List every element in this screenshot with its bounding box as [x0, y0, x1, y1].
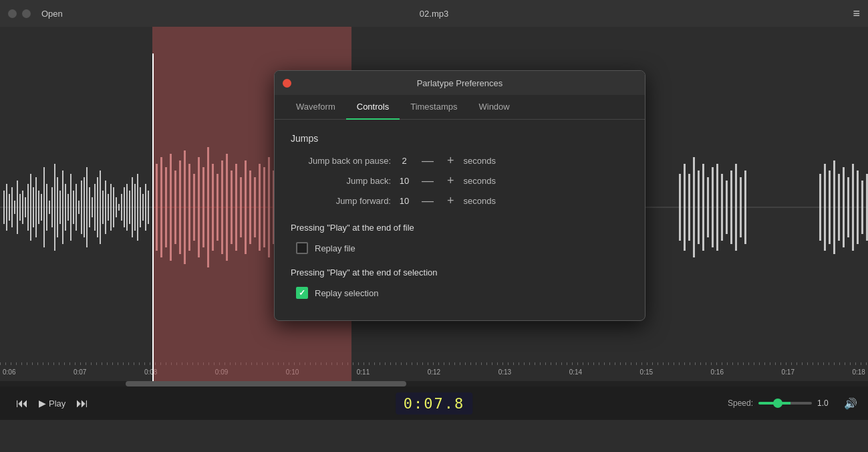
playhead	[152, 53, 154, 381]
jump-back-decrement[interactable]: —	[418, 175, 438, 187]
tab-waveform[interactable]: Waveform	[285, 95, 346, 120]
svg-rect-27	[73, 191, 74, 224]
svg-rect-126	[852, 164, 854, 251]
skip-forward-button[interactable]: ⏭	[71, 392, 94, 415]
svg-rect-104	[679, 174, 681, 241]
scrollbar-area[interactable]	[0, 381, 868, 386]
speed-slider[interactable]	[758, 402, 812, 405]
svg-rect-26	[70, 174, 71, 241]
titlebar: Open 02.mp3 ≡	[0, 0, 868, 27]
svg-rect-36	[97, 177, 98, 237]
prefs-title: Parlatype Preferences	[417, 78, 503, 88]
play-label: Play	[49, 399, 65, 409]
jump-back-pause-decrement[interactable]: —	[418, 154, 438, 166]
time-display: 0:07.8	[396, 392, 472, 415]
replay-file-row: Replay file	[291, 242, 629, 254]
svg-rect-43	[116, 197, 117, 217]
svg-rect-24	[65, 184, 66, 231]
svg-rect-119	[819, 174, 821, 241]
volume-icon[interactable]: 🔊	[844, 397, 857, 410]
svg-rect-54	[145, 184, 146, 231]
prefs-titlebar: Parlatype Preferences	[275, 71, 645, 95]
replay-file-checkbox[interactable]	[296, 242, 308, 254]
svg-rect-118	[744, 171, 746, 244]
timeline-label-12: 0:17	[781, 368, 794, 376]
svg-rect-46	[124, 187, 125, 227]
replay-selection-checkbox[interactable]	[296, 287, 308, 299]
svg-rect-123	[838, 174, 840, 241]
jump-forward-value: 10	[396, 196, 412, 206]
jump-back-pause-label: Jump back on pause:	[291, 156, 391, 166]
svg-rect-1	[3, 191, 5, 224]
svg-rect-47	[126, 184, 128, 231]
timeline-label-11: 0:16	[711, 368, 724, 376]
speed-label: Speed:	[728, 399, 753, 408]
jump-back-increment[interactable]: +	[443, 175, 458, 187]
timeline-label-9: 0:14	[569, 368, 582, 376]
svg-rect-107	[693, 157, 695, 257]
prefs-close-button[interactable]	[283, 79, 291, 88]
svg-rect-28	[76, 184, 77, 231]
menu-icon[interactable]: ≡	[853, 7, 860, 21]
svg-rect-34	[92, 197, 93, 217]
svg-rect-15	[41, 194, 42, 221]
svg-rect-41	[110, 184, 112, 231]
svg-rect-6	[17, 181, 18, 234]
svg-rect-117	[740, 177, 742, 237]
jumps-title: Jumps	[291, 133, 629, 144]
end-of-selection-title: Pressing "Play" at the end of selection	[291, 267, 629, 277]
svg-rect-55	[148, 191, 149, 224]
svg-rect-128	[861, 181, 863, 234]
timeline: 0:06 0:07 0:08 0:09 0:10 0:11 0:12 0:13 …	[0, 362, 868, 376]
svg-rect-31	[84, 177, 85, 237]
jump-back-pause-unit: seconds	[464, 156, 496, 166]
prefs-content: Jumps Jump back on pause: 2 — + seconds …	[275, 120, 645, 320]
svg-rect-20	[54, 164, 55, 251]
svg-rect-9	[25, 197, 26, 217]
svg-rect-108	[698, 171, 700, 244]
skip-back-button[interactable]: ⏮	[11, 392, 33, 415]
svg-rect-10	[27, 184, 29, 231]
window-controls	[8, 9, 31, 18]
svg-rect-111	[712, 167, 714, 247]
svg-rect-116	[735, 164, 737, 251]
jump-back-pause-row: Jump back on pause: 2 — + seconds	[291, 154, 629, 166]
timeline-label-1: 0:06	[3, 368, 15, 376]
svg-rect-14	[38, 191, 39, 224]
timeline-label-7: 0:12	[428, 368, 440, 376]
replay-file-label[interactable]: Replay file	[315, 243, 355, 253]
timeline-label-13: 0:18	[852, 368, 865, 376]
jump-forward-increment[interactable]: +	[443, 195, 458, 207]
minimize-button[interactable]	[22, 9, 31, 18]
tab-timestamps[interactable]: Timestamps	[400, 95, 468, 120]
replay-selection-row: Replay selection	[291, 287, 629, 299]
scrollbar-thumb[interactable]	[126, 381, 406, 386]
replay-selection-label[interactable]: Replay selection	[315, 288, 378, 298]
svg-rect-50	[134, 184, 136, 231]
svg-rect-42	[113, 187, 114, 227]
svg-rect-5	[14, 201, 15, 214]
tab-controls[interactable]: Controls	[346, 95, 400, 120]
svg-rect-3	[9, 194, 10, 221]
close-button[interactable]	[8, 9, 17, 18]
svg-rect-22	[59, 191, 61, 224]
timeline-label-10: 0:15	[640, 368, 653, 376]
svg-rect-120	[824, 164, 826, 251]
waveform-left	[0, 60, 152, 354]
svg-rect-44	[118, 204, 120, 211]
end-of-selection-section: Pressing "Play" at the end of selection …	[291, 267, 629, 299]
play-button[interactable]: ▶ Play	[33, 394, 71, 413]
transport-bar: ⏮ ▶ Play ⏭ 0:07.8 Speed: 1.0 🔊	[0, 386, 868, 420]
svg-rect-110	[707, 177, 709, 237]
svg-rect-106	[688, 174, 690, 241]
svg-rect-37	[100, 171, 101, 244]
window-title: 02.mp3	[420, 9, 448, 19]
svg-rect-121	[829, 171, 831, 244]
jump-forward-decrement[interactable]: —	[418, 195, 438, 207]
tab-window[interactable]: Window	[468, 95, 520, 120]
end-of-file-section: Pressing "Play" at the end of file Repla…	[291, 223, 629, 254]
jump-back-pause-increment[interactable]: +	[443, 154, 458, 166]
svg-rect-23	[62, 171, 63, 244]
open-button[interactable]: Open	[41, 9, 63, 19]
svg-rect-122	[833, 160, 835, 254]
